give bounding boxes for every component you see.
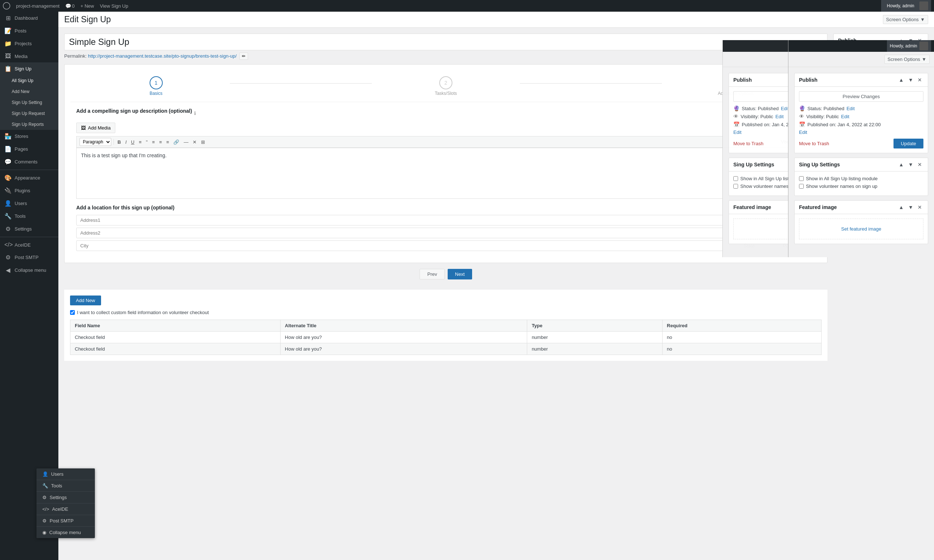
overlay-visibility-edit-1[interactable]: Edit [775,114,783,119]
overlay-screen-options-btn-2[interactable]: Screen Options ▼ [885,55,929,64]
italic-button[interactable]: I [124,138,128,146]
overlay-up-btn-2[interactable]: ▲ [897,76,905,83]
collapsed-aceide-item[interactable]: </> AceIDE [37,503,95,515]
collapsed-users-item[interactable]: 👤 Users [37,468,95,480]
stores-icon: 🏪 [5,133,12,140]
address2-input[interactable] [76,228,816,238]
overlay-published-edit-2[interactable]: Edit [799,129,807,135]
overlay-status-icon-1: 🔮 [733,105,740,111]
permalink-edit-button[interactable]: ✏ [239,52,248,60]
sidebar-item-users[interactable]: 👤 Users [0,197,58,210]
overlay-singup-close-2[interactable]: ✕ [916,161,923,168]
overlay-bar-2: Howdy, admin [788,40,934,52]
format-select[interactable]: Paragraph [80,138,111,146]
sidebar-item-settings[interactable]: ⚙ Settings [0,223,58,235]
sidebar-item-projects[interactable]: 📁 Projects [0,37,58,50]
overlay-down-btn-2[interactable]: ▼ [906,76,915,83]
sidebar-item-pages[interactable]: 📄 Pages [0,143,58,155]
overlay-visibility-edit-2[interactable]: Edit [841,114,849,119]
overlay-panel-2: Howdy, admin Screen Options ▼ Publish ▲ … [788,40,934,257]
sidebar-item-tools[interactable]: 🔧 Tools [0,210,58,223]
overlay-status-edit-2[interactable]: Edit [846,106,854,111]
collapsed-settings-item[interactable]: ⚙ Settings [37,492,95,503]
collapsed-postsmtp-item[interactable]: ⚙ Post SMTP [37,515,95,527]
add-media-icon: 🖼 [81,125,86,131]
overlay-listing-cb-1[interactable] [733,176,738,181]
collapsed-tools-item[interactable]: 🔧 Tools [37,480,95,492]
overlay-set-featured-2[interactable]: Set featured image [799,218,923,239]
overlay-singup-up-2[interactable]: ▲ [897,161,905,168]
sidebar-submenu-request[interactable]: Sign Up Request [0,108,58,119]
overlay-move-to-trash-2[interactable]: Move to Trash [799,141,829,146]
overlay-names-label-2: Show volunteer names on sign up [806,183,877,189]
collapsed-postsmtp-icon: ⚙ [42,518,47,523]
view-signup-link[interactable]: View Sign Up [97,0,131,12]
sidebar-submenu-add-new[interactable]: Add New [0,86,58,97]
sidebar-item-signup[interactable]: 📋 Sign Up [0,62,58,75]
bottom-section: Add New I want to collect custom field i… [64,290,828,361]
add-new-button[interactable]: Add New [70,295,101,305]
howdy-box[interactable]: Howdy, admin [881,0,931,12]
collapsed-collapse-item[interactable]: ◉ Collapse menu [37,527,95,538]
wordpress-logo[interactable] [3,2,10,9]
overlay-names-cb-2[interactable] [799,184,804,189]
add-media-button[interactable]: 🖼 Add Media [76,123,115,133]
collapsed-users-icon: 👤 [42,471,48,477]
overlay-visibility-icon-2: 👁 [799,114,804,119]
bold-button[interactable]: B [116,138,122,146]
city-input[interactable] [76,240,737,251]
sidebar-item-comments[interactable]: 💬 Comments [0,155,58,168]
sidebar-item-plugins[interactable]: 🔌 Plugins [0,184,58,197]
signup-submenu: All Sign Up Add New Sign Up Setting Sign… [0,75,58,130]
wizard-step-1[interactable]: 1 Basics [85,76,227,96]
sidebar-item-aceide[interactable]: </> AceIDE [0,238,58,251]
sidebar-item-media[interactable]: 🖼 Media [0,50,58,62]
overlay-singup-down-2[interactable]: ▼ [906,161,915,168]
insert-hr-button[interactable]: — [182,138,190,146]
align-center-button[interactable]: ≡ [158,138,163,146]
next-button[interactable]: Next [448,269,472,280]
permalink-link[interactable]: http://project-management.testcase.site/… [88,53,237,59]
overlay-close-btn-2[interactable]: ✕ [916,76,923,83]
overlay-move-to-trash-1[interactable]: Move to Trash [733,141,763,146]
align-right-button[interactable]: ≡ [165,138,171,146]
blockquote-button[interactable]: " [145,138,149,146]
unordered-list-button[interactable]: ≡ [137,138,143,146]
sidebar-item-posts[interactable]: 📝 Posts [0,25,58,37]
overlay-listing-cb-2[interactable] [799,176,804,181]
collect-fields-label: I want to collect custom field informati… [77,310,209,315]
overlay-howdy-2[interactable]: Howdy, admin [887,40,931,52]
sidebar-submenu-all-signup[interactable]: All Sign Up [0,75,58,86]
editor-content[interactable]: This is a test sign up that I'm creating… [76,148,816,199]
overlay-featured-down-2[interactable]: ▼ [906,203,915,211]
wizard-step-2[interactable]: 2 Tasks/Slots [375,76,517,96]
address1-input[interactable] [76,215,816,225]
overlay-preview-changes-2[interactable]: Preview Changes [799,91,923,102]
overlay-names-cb-1[interactable] [733,184,738,189]
sidebar-submenu-setting[interactable]: Sign Up Setting [0,97,58,108]
underline-button[interactable]: U [129,138,136,146]
sidebar-submenu-reports[interactable]: Sign Up Reports [0,119,58,130]
pages-icon: 📄 [5,146,12,152]
insert-link-button[interactable]: 🔗 [172,138,181,146]
media-icon: 🖼 [5,53,12,60]
collect-fields-checkbox[interactable] [70,310,75,315]
align-left-button[interactable]: ≡ [151,138,157,146]
screen-options-button[interactable]: Screen Options ▼ [883,15,928,24]
new-item-link[interactable]: + New [77,0,97,12]
sidebar-item-stores[interactable]: 🏪 Stores [0,130,58,143]
comments-link[interactable]: 💬 0 [62,0,77,12]
prev-button[interactable]: Prev [420,269,445,280]
overlay-published-edit-1[interactable]: Edit [733,129,742,135]
sidebar-item-postsmtp[interactable]: ⚙ Post SMTP [0,251,58,264]
table-button[interactable]: ⊞ [200,138,206,146]
sidebar-item-collapse[interactable]: ◀ Collapse menu [0,264,58,277]
sidebar-item-dashboard[interactable]: ⊞ Dashboard [0,12,58,25]
overlay-update-btn-2[interactable]: Update [894,138,923,148]
site-name-link[interactable]: project-management [13,0,62,12]
overlay-featured-close-2[interactable]: ✕ [916,203,923,211]
remove-format-button[interactable]: ✕ [191,138,198,146]
sidebar-item-appearance[interactable]: 🎨 Appearance [0,171,58,184]
overlay-featured-up-2[interactable]: ▲ [897,203,905,211]
post-title-input[interactable] [64,34,828,50]
